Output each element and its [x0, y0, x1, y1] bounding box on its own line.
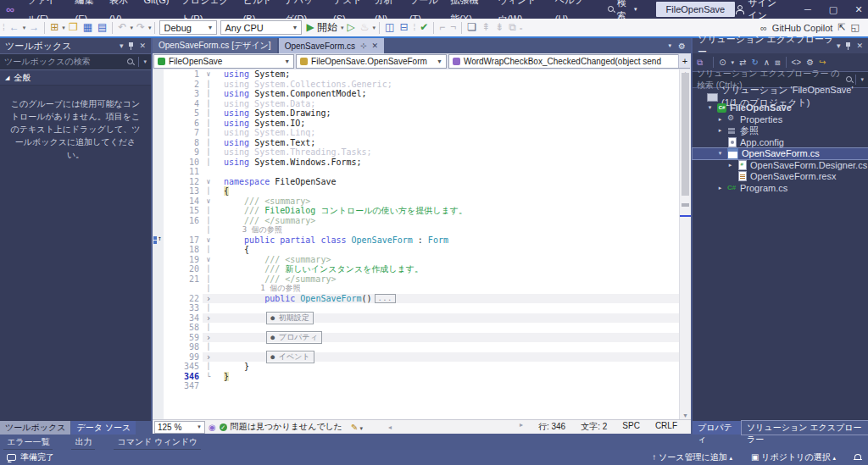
tree-expander[interactable]: ▾: [706, 104, 714, 111]
gear-icon[interactable]: ⚙: [678, 42, 686, 51]
redo-icon[interactable]: ↷: [134, 19, 147, 36]
fold-marker[interactable]: ∨: [203, 178, 214, 185]
solution-name-chip[interactable]: FileOpenSave: [656, 2, 736, 17]
sync-active-document-icon[interactable]: ⇄: [739, 58, 746, 67]
feedback-bubble-icon[interactable]: [7, 454, 15, 461]
copilot-label[interactable]: GitHub Copilot: [772, 23, 833, 33]
line-ending[interactable]: CRLF: [655, 421, 677, 433]
dock-tab[interactable]: ソリューション エクスプローラー: [742, 421, 868, 435]
pending-changes-icon[interactable]: ⊙: [719, 58, 726, 67]
editor-vertical-scrollbar[interactable]: ▲ ▼: [679, 69, 691, 419]
issues-status[interactable]: 問題は見つかりませんでした: [227, 421, 342, 433]
dock-tab[interactable]: プロパティ: [693, 421, 741, 435]
toolbox-group-general[interactable]: ◢ 全般: [0, 70, 151, 86]
solution-explorer-icon[interactable]: ⊟: [397, 19, 410, 36]
fold-marker[interactable]: ›: [203, 333, 214, 342]
fold-marker[interactable]: ∨: [203, 256, 214, 263]
undo-icon[interactable]: ↶: [115, 19, 129, 36]
tree-expander[interactable]: ▸: [716, 185, 724, 191]
autohide-tab[interactable]: 出力: [71, 436, 95, 448]
fold-marker[interactable]: ∨: [203, 70, 214, 78]
copilot-chat-icon[interactable]: ◱: [851, 22, 860, 33]
tree-expander[interactable]: ▸: [726, 162, 734, 169]
fold-marker[interactable]: ∨: [203, 236, 214, 244]
add-to-source-control-button[interactable]: ↑ ソース管理に追加 ▴: [652, 451, 732, 463]
tree-expander[interactable]: ▾: [716, 150, 724, 157]
close-icon[interactable]: ✕: [139, 42, 146, 50]
tree-item[interactable]: ▸C#Program.cs: [693, 182, 868, 194]
new-project-icon[interactable]: ⊞: [47, 19, 61, 36]
tree-expander[interactable]: ▸: [716, 116, 724, 123]
preview-icon[interactable]: ↪: [819, 58, 826, 67]
close-icon[interactable]: ✕: [856, 42, 863, 50]
tree-item[interactable]: App.config: [693, 136, 868, 148]
select-repository-button[interactable]: ▣ リポジトリの選択 ▴: [751, 451, 836, 463]
show-all-files-icon[interactable]: ⧈: [775, 58, 780, 68]
maximize-button[interactable]: ▢: [824, 0, 843, 19]
window-position-icon[interactable]: ▾: [120, 42, 124, 50]
start-debugging-button[interactable]: ▶ 開始: [303, 19, 340, 36]
uncomment-icon[interactable]: ¬: [448, 19, 459, 36]
fold-marker[interactable]: ›: [203, 352, 214, 362]
view-code-icon[interactable]: <>: [792, 58, 802, 67]
autohide-tab[interactable]: コマンド ウィンドウ: [114, 436, 201, 448]
collapse-all-icon[interactable]: ∧: [764, 58, 770, 67]
close-button[interactable]: ✕: [849, 0, 868, 19]
hscroll-right-icon[interactable]: ▸: [520, 421, 523, 433]
overflow-icon[interactable]: ₌: [519, 25, 524, 31]
tree-item[interactable]: ▸Properties: [693, 113, 868, 125]
window-position-icon[interactable]: ▾: [837, 42, 841, 50]
tree-item[interactable]: OpenSaveForm.resx: [693, 171, 868, 183]
navigation-dropdown[interactable]: FileOpenSave▼: [153, 54, 294, 69]
navigation-dropdown[interactable]: WordWrapCheckBox_CheckedChanged(object s…: [448, 54, 690, 69]
back-icon[interactable]: ←: [7, 19, 22, 36]
bookmark-icon[interactable]: ❏: [465, 19, 479, 36]
toolbar-grip[interactable]: ⁞: [0, 23, 7, 32]
scrollbar-thumb[interactable]: [682, 73, 689, 196]
dock-tab[interactable]: データ ソース: [71, 421, 136, 435]
close-icon[interactable]: ✕: [372, 42, 379, 50]
open-folder-icon[interactable]: ❐: [66, 19, 81, 36]
forward-icon[interactable]: →: [26, 19, 42, 36]
find-in-files-icon[interactable]: ◫: [382, 19, 397, 36]
pin-icon[interactable]: ⊹: [360, 42, 367, 50]
next-bookmark-icon[interactable]: ⇟: [492, 19, 506, 36]
fold-marker[interactable]: ›: [203, 313, 214, 323]
refresh-icon[interactable]: ↻: [751, 58, 758, 67]
dock-tab[interactable]: ツールボックス: [0, 421, 70, 435]
chevron-down-icon[interactable]: ▾: [669, 42, 672, 49]
document-tab[interactable]: OpenSaveForm.cs⊹✕: [279, 38, 384, 53]
save-icon[interactable]: ▦: [81, 19, 95, 36]
spell-check-icon[interactable]: ✔: [417, 19, 431, 36]
bookmarks-window-icon[interactable]: ⧉: [506, 19, 519, 36]
fold-marker[interactable]: ∨: [203, 197, 214, 205]
autohide-tab[interactable]: エラー一覧: [3, 436, 53, 448]
start-without-debugging-button[interactable]: ▷: [345, 19, 358, 36]
platform-select[interactable]: Any CPU▼: [220, 20, 302, 35]
copilot-icon[interactable]: ∞: [760, 23, 767, 33]
tree-item[interactable]: ソリューション 'FileOpenSave' (1/1 のプロジェクト): [693, 91, 868, 102]
properties-icon[interactable]: ⚙: [806, 58, 814, 67]
toolbar-grip[interactable]: ⁞: [410, 23, 417, 32]
inheritance-icon[interactable]: [153, 236, 163, 245]
share-icon[interactable]: ⇱: [837, 22, 845, 33]
fold-marker[interactable]: ›: [203, 294, 214, 303]
comment-icon[interactable]: ⌐: [437, 19, 448, 36]
collapsed-body[interactable]: ...: [375, 294, 396, 303]
tree-item[interactable]: ▾OpenSaveForm.cs: [693, 148, 868, 160]
pin-icon[interactable]: [129, 42, 133, 50]
pin-icon[interactable]: [846, 42, 850, 50]
configuration-select[interactable]: Debug▼: [159, 20, 217, 35]
split-add-button[interactable]: +: [678, 54, 691, 68]
toolbox-search-input[interactable]: ツールボックスの検索 ▾: [0, 53, 151, 70]
tree-item[interactable]: ▸参照: [693, 125, 868, 137]
tree-item[interactable]: ▸OpenSaveForm.Designer.cs: [693, 159, 868, 171]
scroll-down-icon[interactable]: ▼: [680, 412, 691, 418]
indent-mode[interactable]: SPC: [622, 421, 640, 433]
save-all-icon[interactable]: ▤: [95, 19, 109, 36]
minimize-button[interactable]: ─: [798, 0, 817, 19]
caret-column[interactable]: 文字: 2: [581, 421, 607, 433]
switch-views-icon[interactable]: ⧉: [697, 58, 703, 68]
notifications-bell-icon[interactable]: [854, 454, 861, 462]
zoom-select[interactable]: 125 % ▼: [154, 421, 205, 434]
